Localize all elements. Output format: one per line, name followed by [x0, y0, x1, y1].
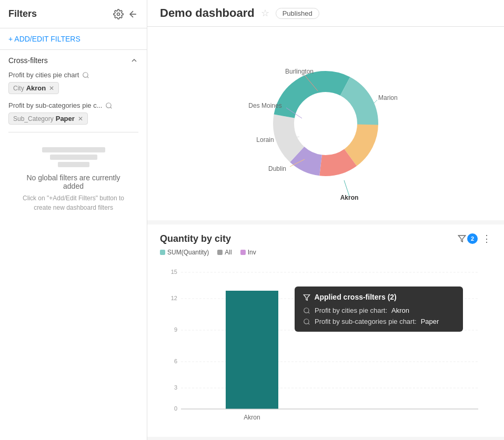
- cross-filters-section: Cross-filters Profit by cities pie chart…: [0, 50, 147, 229]
- no-filters-area: No global filters are currently added Cl…: [8, 137, 138, 223]
- donut-chart-svg: Burlington Des Moines Marion Lorain Dubl…: [247, 45, 405, 202]
- svg-point-14: [304, 308, 309, 313]
- chip-key-city: City: [13, 85, 24, 92]
- cross-filters-header: Cross-filters: [8, 56, 138, 65]
- donut-label-desmoines: Des Moines: [248, 102, 281, 109]
- filter-group-subcategories: Profit by sub-categories pie c... Sub_Ca…: [8, 101, 138, 125]
- legend-dot-inv: [240, 250, 246, 255]
- svg-marker-13: [304, 295, 310, 301]
- y-label-12: 12: [171, 295, 177, 301]
- illus-bar-1: [42, 147, 105, 152]
- tooltip-value-2: Paper: [421, 318, 439, 325]
- legend-item-sum: SUM(Quantity): [160, 249, 209, 256]
- svg-point-4: [106, 103, 111, 107]
- tooltip-value-1: Akron: [391, 306, 409, 314]
- collapse-icon[interactable]: [128, 9, 138, 19]
- illus-bar-2: [50, 155, 97, 160]
- sidebar-header: Filters: [0, 0, 147, 28]
- chip-value-paper: Paper: [56, 115, 75, 122]
- y-label-0: 0: [174, 405, 177, 412]
- y-label-3: 3: [174, 384, 177, 391]
- more-options-button[interactable]: ⋮: [482, 233, 491, 244]
- bar-chart-area: Applied cross-filters (2) Profit by citi…: [147, 260, 504, 437]
- filter-group-cities: Profit by cities pie chart City Akron ✕: [8, 71, 138, 94]
- svg-line-15: [308, 312, 310, 314]
- filter-badge-count: 2: [467, 233, 478, 244]
- bar-chart-card: Quantity by city 2 ⋮ SUM(Quantity): [147, 224, 504, 437]
- tooltip-search-icon-1: [303, 307, 310, 314]
- chip-close-akron[interactable]: ✕: [49, 85, 54, 92]
- cross-filters-tooltip: Applied cross-filters (2) Profit by citi…: [295, 286, 463, 332]
- donut-label-marion: Marion: [378, 94, 398, 101]
- filter-chart-name-cities: Profit by cities pie chart: [8, 71, 138, 79]
- y-label-6: 6: [174, 358, 177, 364]
- tooltip-search-icon-2: [303, 318, 310, 325]
- tooltip-chart-name-1: Profit by cities pie chart:: [315, 306, 387, 314]
- donut-chart-card: Burlington Des Moines Marion Lorain Dubl…: [147, 27, 504, 220]
- svg-line-5: [110, 107, 112, 108]
- tooltip-item-1: Profit by cities pie chart: Akron: [303, 306, 455, 314]
- dashboard-title: Demo dashboard: [160, 6, 255, 20]
- y-label-15: 15: [171, 269, 177, 275]
- donut-label-akron: Akron: [340, 194, 359, 201]
- filter-icon: [458, 234, 466, 243]
- donut-chart-container: Burlington Des Moines Marion Lorain Dubl…: [160, 39, 491, 208]
- published-badge: Published: [276, 8, 319, 19]
- sidebar: Filters + ADD/EDIT FILTERS Cross-filters: [0, 0, 147, 440]
- bar-chart-actions: 2 ⋮: [458, 233, 491, 244]
- tooltip-title-text: Applied cross-filters (2): [314, 293, 396, 301]
- search-icon-subcategories: [105, 102, 113, 109]
- illus-bar-3: [58, 162, 89, 167]
- chip-close-paper[interactable]: ✕: [78, 115, 83, 122]
- chart-legend: SUM(Quantity) All Inv: [147, 244, 504, 260]
- subcategory-filter-chip[interactable]: Sub_Category Paper ✕: [8, 112, 88, 125]
- donut-label-dublin: Dublin: [268, 165, 286, 172]
- legend-label-sum: SUM(Quantity): [167, 249, 209, 256]
- no-filters-illustration: [42, 147, 105, 167]
- legend-item-all: All: [217, 249, 231, 256]
- donut-center: [295, 93, 356, 154]
- no-filters-hint: Click on "+Add/Edit Filters" button to c…: [17, 193, 130, 212]
- city-filter-chip[interactable]: City Akron ✕: [8, 82, 59, 94]
- chip-value-akron: Akron: [26, 84, 46, 92]
- legend-dot-sum: [160, 250, 165, 255]
- legend-dot-all: [217, 250, 223, 255]
- legend-label-all: All: [225, 249, 231, 256]
- donut-label-burlington: Burlington: [285, 68, 314, 75]
- cross-filters-label: Cross-filters: [8, 56, 48, 65]
- x-label-akron: Akron: [244, 414, 260, 421]
- filter-chart-name-subcategories-text: Profit by sub-categories pie c...: [8, 101, 102, 109]
- y-label-9: 9: [174, 326, 177, 333]
- tooltip-chart-name-2: Profit by sub-categories pie chart:: [315, 318, 417, 325]
- search-icon-cities: [82, 71, 89, 79]
- tooltip-title: Applied cross-filters (2): [303, 293, 455, 301]
- top-bar: Demo dashboard ☆ Published: [147, 0, 504, 27]
- no-filters-text: No global filters are currently added: [17, 173, 130, 190]
- add-edit-filters-button[interactable]: + ADD/EDIT FILTERS: [0, 28, 147, 50]
- main-content: Demo dashboard ☆ Published: [147, 0, 504, 440]
- filter-badge-button[interactable]: 2: [458, 233, 478, 244]
- donut-label-lorain: Lorain: [256, 136, 274, 144]
- sidebar-icon-group: [113, 9, 138, 19]
- star-icon[interactable]: ☆: [261, 7, 269, 19]
- charts-area: Burlington Des Moines Marion Lorain Dubl…: [147, 27, 504, 440]
- svg-point-2: [83, 72, 88, 77]
- svg-point-16: [304, 319, 309, 324]
- bar-akron[interactable]: [226, 291, 278, 409]
- filter-chart-name-cities-text: Profit by cities pie chart: [8, 71, 79, 79]
- sidebar-title: Filters: [8, 8, 37, 19]
- cross-filters-collapse-icon[interactable]: [130, 56, 138, 65]
- bar-chart-header: Quantity by city 2 ⋮: [147, 224, 504, 244]
- svg-line-17: [308, 323, 310, 325]
- legend-label-inv: Inv: [248, 249, 256, 256]
- svg-line-3: [87, 76, 89, 78]
- tooltip-filter-icon: [303, 294, 310, 301]
- divider: [8, 132, 138, 132]
- legend-item-inv: Inv: [240, 249, 256, 256]
- tooltip-item-2: Profit by sub-categories pie chart: Pape…: [303, 318, 455, 325]
- svg-marker-12: [458, 236, 465, 242]
- svg-point-0: [117, 13, 120, 15]
- filter-chart-name-subcategories: Profit by sub-categories pie c...: [8, 101, 138, 109]
- chip-key-subcategory: Sub_Category: [13, 115, 54, 122]
- settings-icon[interactable]: [113, 9, 124, 19]
